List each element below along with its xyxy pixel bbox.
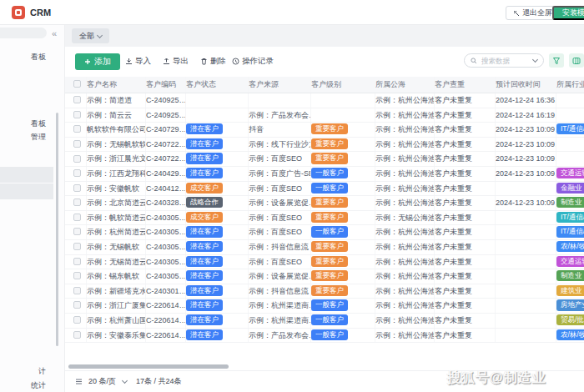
operation-history-button[interactable]: 操作记录 [232,56,274,67]
row-checkbox[interactable] [73,184,81,192]
recycle-time-cell [496,240,556,254]
customer-source-cell: 示例：产品发布会… [249,108,311,123]
sidebar-item-kanban-2[interactable]: 看板 [31,118,46,129]
table-row[interactable]: 示例：无锡帆软软件 C-240722… 潜在客户 示例：线下行业沙龙 重要客户 … [65,138,584,153]
row-checkbox[interactable] [73,125,81,133]
customer-name-cell: 示例：无锡帆软 [87,240,146,254]
row-checkbox[interactable] [73,155,81,163]
row-checkbox[interactable] [73,228,81,235]
industry-badge: IT/通信/ [556,226,584,237]
table-row[interactable]: 示例：简云云 C-240925… 示例：产品发布会… 示例：杭州公海池 客户未重… [65,108,584,123]
customer-level-cell: 一般客户 [311,299,375,313]
customer-source-cell: 示例：抖音信息流 [249,240,311,254]
row-checkbox[interactable] [73,272,81,279]
sidebar-item-kanban-1[interactable]: 看板 [31,52,46,63]
row-checkbox[interactable] [73,96,81,103]
row-checkbox-cell [73,314,87,328]
recycle-time-cell [496,314,556,328]
row-checkbox-cell [73,225,87,239]
level-badge: 一般客户 [311,183,348,193]
row-checkbox[interactable] [73,169,81,177]
row-checkbox[interactable] [73,301,81,309]
customer-code-cell: C-240722… [146,152,186,166]
recycle-time-cell [496,329,556,343]
table-row[interactable]: 示例：安徽泰乐集团 C-220614… 潜在客户 示例：产品发布会… 一般客户 … [65,329,584,344]
dup-check-cell: 客户未重复 [435,123,496,137]
sidebar-item-manage[interactable]: 管理 [31,132,46,143]
dup-check-cell: 客户未重复 [435,182,496,196]
sidebar-item-stat-1[interactable]: 计 [38,366,46,377]
dup-check-cell: 客户未重复 [435,225,496,239]
search-box[interactable] [464,53,544,68]
sidebar-search-stub[interactable] [0,28,47,38]
table-row[interactable]: 示例：帆软简道云 C-240305… 成交客户 示例：百度SEO 重要客户 示例… [65,211,584,226]
industry-badge: 建筑业 [556,285,584,296]
table-row[interactable]: 示例：杭州简道云 C-240305… 潜在客户 示例：百度SEO 一般客户 示例… [65,225,584,240]
tab-strip: 全部 [65,25,584,47]
table-row[interactable]: 示例：浙江广厦集团 C-220614… 潜在客户 示例：杭州渠道商… 一般客户 … [65,299,584,314]
row-checkbox[interactable] [73,111,81,118]
table-row[interactable]: 示例：浙江晨光文… C-240722… 潜在客户 示例：百度SEO 重要客户 示… [65,152,584,167]
page-size-select[interactable]: 20 条/页 [88,376,116,387]
recycle-time-cell [496,299,556,313]
list-icon[interactable] [75,378,83,385]
row-checkbox[interactable] [73,287,81,294]
status-badge: 潜在客户 [186,168,223,178]
sidebar-selected-item-2[interactable] [0,183,53,199]
tab-all[interactable]: 全部 [72,28,109,43]
customer-code-cell: C-240305… [146,269,186,284]
row-checkbox[interactable] [73,331,81,339]
customer-name-cell: 示例：帆软简道云 [87,211,146,225]
row-checkbox[interactable] [73,316,81,324]
collapse-sidebar-icon[interactable]: « [52,29,57,38]
customer-code-cell: C-240305… [146,255,186,269]
sidebar-selected-item[interactable] [0,167,53,183]
sidebar-item-stat-2[interactable]: 统计 [31,380,46,391]
clock-icon [232,58,239,65]
recycle-time-cell [496,182,556,196]
table-row[interactable]: 示例：杭州萧山国… C-220614… 潜在客户 示例：杭州渠道商… 一般客户 … [65,314,584,329]
install-template-button[interactable]: 安装模板 [552,6,584,20]
row-checkbox[interactable] [73,243,81,250]
customer-status-cell: 成交客户 [186,211,249,225]
search-chevron-down-icon[interactable] [532,57,538,63]
export-icon [163,58,170,65]
select-all-checkbox[interactable] [73,80,81,88]
export-button[interactable]: 导出 [163,56,189,67]
column-settings-button[interactable] [569,53,584,68]
customer-level-cell: 重要客户 [311,284,375,299]
customer-name-cell: 示例：杭州萧山国… [87,314,146,328]
row-checkbox[interactable] [73,140,81,148]
dup-check-cell: 客户未重复 [435,299,496,313]
sidebar-scrollbar[interactable] [56,113,58,346]
table-row[interactable]: 示例：简道道 C-240925… 示例：杭州公海池 客户未重复 2024-12-… [65,93,584,108]
dup-check-cell: 客户未重复 [435,211,496,225]
row-checkbox[interactable] [73,258,81,265]
table-row[interactable]: 示例：安徽帆软 C-240412… 成交客户 示例：百度SEO 一般客户 示例：… [65,182,584,197]
level-badge: 一般客户 [311,299,348,310]
search-input[interactable] [480,56,531,66]
table-row[interactable]: 示例：江西龙翔科… C-240429… 潜在客户 示例：百度广告-SEM 一般客… [65,167,584,182]
status-badge: 潜在客户 [186,226,223,237]
row-checkbox-cell [73,240,87,254]
industry-cell: 房地产业 [556,299,584,313]
add-button[interactable]: 添加 [75,53,120,70]
horizontal-scrollbar[interactable] [68,364,229,369]
table-row[interactable]: 示例：无锡简道云 C-240305… 潜在客户 示例：百度SEO 重要客户 示例… [65,255,584,270]
page-size-chevron-icon[interactable] [122,378,128,384]
filter-button[interactable] [549,53,564,68]
row-checkbox[interactable] [73,214,81,221]
row-checkbox[interactable] [73,199,81,206]
header-recycle-time: 预计回收时间 [496,77,556,93]
import-button[interactable]: 导入 [125,56,151,67]
table-row[interactable]: 示例：北京简道云… C-240328… 战略合作 示例：设备展览促… 重要客户 … [65,196,584,211]
table-row[interactable]: 示例：无锡帆软 C-240305… 潜在客户 示例：抖音信息流 重要客户 示例：… [65,240,584,255]
customer-code-cell: C-240412… [146,182,186,196]
table-row[interactable]: 帆软软件有限公司 C-240729… 潜在客户 抖音 重要客户 示例：杭州公海池… [65,123,584,138]
chevron-down-icon [97,32,103,38]
table-row[interactable]: 示例：新疆塔克水… C-240301… 潜在客户 示例：抖音信息流 重要客户 示… [65,284,584,299]
delete-button[interactable]: 删除 [200,56,226,67]
industry-cell: IT/通信/ [556,225,584,239]
industry-badge: 金融业 [556,183,584,193]
table-row[interactable]: 示例：锡东帆软 C-240305… 潜在客户 示例：设备展览促… 重要客户 示例… [65,269,584,284]
